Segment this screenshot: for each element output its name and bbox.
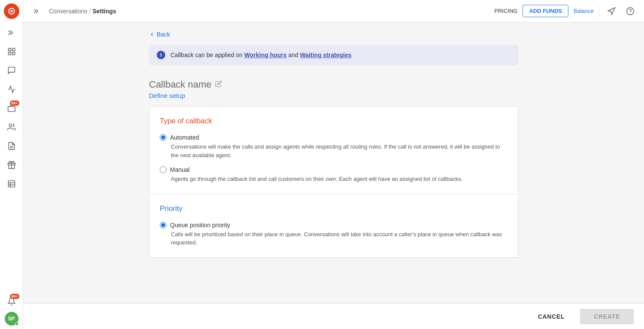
expand-nav-button[interactable]	[30, 4, 44, 18]
info-prefix: Callback can be applied on	[170, 52, 244, 58]
sidebar-item-dashboard[interactable]	[3, 43, 20, 60]
svg-rect-6	[8, 107, 15, 112]
sidebar-item-agents[interactable]	[3, 119, 20, 136]
callback-type-radio-group: Automated Conversations will make the ca…	[160, 134, 507, 183]
callback-name-section: Callback name Define setup	[149, 79, 518, 99]
queue-position-description: Calls will be prioritized based on their…	[171, 230, 507, 247]
manual-option: Manual Agents go through the callback li…	[160, 166, 507, 183]
header-divider	[599, 6, 599, 16]
content-area: Back i Callback can be applied on Workin…	[23, 22, 644, 329]
balance-link[interactable]: Balance	[574, 8, 594, 14]
manual-description: Agents go through the callback list and …	[171, 175, 507, 183]
pricing-link[interactable]: PRICING	[494, 8, 517, 14]
define-setup-label: Define setup	[149, 92, 518, 99]
automated-label[interactable]: Automated	[160, 134, 507, 141]
sidebar-item-campaigns[interactable]: 99+	[3, 100, 20, 117]
footer-bar: CANCEL CREATE	[23, 303, 644, 329]
breadcrumb-current: Settings	[92, 8, 116, 15]
info-banner: i Callback can be applied on Working hou…	[149, 45, 518, 65]
svg-rect-10	[8, 181, 15, 187]
campaigns-badge: 99+	[10, 101, 19, 106]
info-text: Callback can be applied on Working hours…	[170, 52, 352, 58]
svg-point-1	[10, 10, 12, 12]
type-of-callback-title: Type of callback	[160, 117, 507, 125]
header-right: PRICING ADD FUNDS Balance	[494, 4, 637, 18]
priority-card: Priority Queue position priority Calls w…	[149, 194, 518, 258]
notifications-icon[interactable]: 99+	[3, 293, 20, 310]
type-of-callback-card: Type of callback Automated Conversations…	[149, 106, 518, 194]
edit-name-icon[interactable]	[215, 80, 222, 89]
notifications-badge: 99+	[10, 294, 19, 299]
sidebar-item-reports[interactable]	[3, 81, 20, 98]
breadcrumb-parent: Conversations	[49, 8, 88, 15]
manual-label[interactable]: Manual	[160, 166, 507, 173]
create-button[interactable]: CREATE	[580, 309, 634, 324]
callback-name-row: Callback name	[149, 79, 518, 90]
queue-position-radio[interactable]	[160, 222, 167, 228]
help-icon[interactable]	[623, 4, 637, 18]
automated-radio[interactable]	[160, 134, 167, 141]
svg-rect-4	[8, 52, 11, 55]
user-avatar[interactable]: SP	[5, 312, 18, 326]
svg-rect-3	[12, 49, 15, 51]
manual-radio[interactable]	[160, 166, 167, 173]
megaphone-icon[interactable]	[605, 4, 618, 18]
breadcrumb: Conversations / Settings	[49, 8, 116, 15]
info-mid: and	[288, 52, 300, 58]
priority-title: Priority	[160, 204, 507, 213]
app-logo[interactable]	[4, 3, 19, 19]
automated-option: Automated Conversations will make the ca…	[160, 134, 507, 159]
callback-name-label: Callback name	[149, 79, 212, 90]
svg-rect-2	[8, 49, 11, 51]
queue-position-label[interactable]: Queue position priority	[160, 222, 507, 228]
sidebar-item-grid2[interactable]	[3, 175, 20, 192]
info-icon: i	[157, 51, 165, 59]
sidebar-item-notes[interactable]	[3, 137, 20, 155]
top-header: Conversations / Settings PRICING ADD FUN…	[23, 0, 644, 22]
sidebar-item-expand[interactable]	[3, 24, 20, 41]
cancel-button[interactable]: CANCEL	[529, 309, 574, 324]
svg-rect-5	[12, 52, 15, 55]
sidebar: 99+ 99+ SP	[0, 0, 23, 329]
main-container: Conversations / Settings PRICING ADD FUN…	[23, 0, 644, 329]
automated-description: Conversations will make the calls and as…	[171, 143, 507, 159]
waiting-strategies-link[interactable]: Waiting strategies	[300, 52, 352, 58]
breadcrumb-separator: /	[89, 8, 91, 15]
svg-point-7	[9, 124, 12, 127]
content-inner: Back i Callback can be applied on Workin…	[140, 31, 527, 258]
sidebar-item-tickets[interactable]	[3, 156, 20, 174]
online-indicator	[15, 322, 18, 326]
back-link-label: Back	[157, 31, 170, 38]
priority-radio-group: Queue position priority Calls will be pr…	[160, 222, 507, 247]
add-funds-button[interactable]: ADD FUNDS	[522, 5, 568, 17]
working-hours-link[interactable]: Working hours	[244, 52, 287, 58]
back-link[interactable]: Back	[149, 31, 170, 38]
sidebar-item-inbox[interactable]	[3, 62, 20, 79]
queue-position-option: Queue position priority Calls will be pr…	[160, 222, 507, 247]
